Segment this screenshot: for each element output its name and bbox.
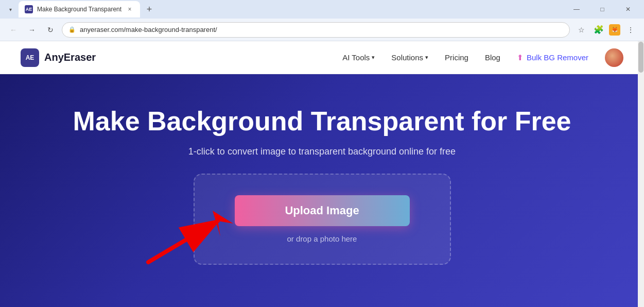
- bookmark-button[interactable]: ☆: [574, 23, 588, 37]
- svg-marker-2: [213, 211, 233, 236]
- address-bar[interactable]: 🔒: [62, 22, 570, 38]
- drop-text: or drop a photo here: [287, 234, 357, 243]
- close-button[interactable]: ✕: [616, 1, 640, 18]
- logo-icon: AE: [21, 48, 39, 67]
- tab-dropdown-button[interactable]: ▾: [4, 3, 16, 15]
- new-tab-button[interactable]: +: [142, 2, 156, 16]
- website-content: AE AnyEraser AI Tools ▾ Solutions ▾ Pric…: [0, 41, 644, 307]
- toolbar-right: ☆ 🧩 🦊 ⋮: [574, 23, 638, 37]
- maximize-button[interactable]: □: [590, 1, 614, 18]
- nav-bulk-bg[interactable]: ⬆ Bulk BG Remover: [517, 53, 588, 62]
- chevron-down-icon: ▾: [372, 54, 375, 61]
- hero-subtitle: 1-click to convert image to transparent …: [188, 146, 456, 157]
- nav-solutions[interactable]: Solutions ▾: [391, 53, 428, 62]
- lock-icon: 🔒: [68, 26, 76, 33]
- menu-button[interactable]: ⋮: [623, 23, 638, 37]
- scrollbar-thumb[interactable]: [638, 42, 643, 73]
- upload-icon: ⬆: [517, 53, 524, 62]
- logo-text: AnyEraser: [44, 52, 96, 63]
- tab-bar: ▾ AE Make Background Transparent × +: [4, 1, 563, 18]
- active-tab[interactable]: AE Make Background Transparent ×: [19, 1, 140, 18]
- tab-favicon: AE: [25, 5, 33, 13]
- tab-close-button[interactable]: ×: [126, 5, 134, 13]
- nav-pricing[interactable]: Pricing: [445, 53, 468, 62]
- title-bar: ▾ AE Make Background Transparent × + — □…: [0, 0, 644, 19]
- upload-image-button[interactable]: Upload Image: [235, 195, 410, 226]
- extensions-badge: 🦊: [609, 24, 620, 36]
- scrollbar[interactable]: [638, 41, 644, 307]
- back-button[interactable]: ←: [6, 23, 21, 37]
- url-input[interactable]: [80, 26, 563, 33]
- user-avatar[interactable]: [605, 48, 623, 67]
- site-logo[interactable]: AE AnyEraser: [21, 48, 96, 67]
- tab-title: Make Background Transparent: [37, 6, 121, 13]
- browser-toolbar: ← → ↻ 🔒 ☆ 🧩 🦊 ⋮: [0, 19, 644, 41]
- svg-line-1: [148, 221, 218, 262]
- browser-chrome: ▾ AE Make Background Transparent × + — □…: [0, 0, 644, 41]
- upload-box: Upload Image or drop a photo here: [194, 174, 451, 265]
- refresh-button[interactable]: ↻: [43, 23, 58, 37]
- hero-title: Make Background Transparent for Free: [73, 106, 571, 137]
- minimize-button[interactable]: —: [565, 1, 588, 18]
- puzzle-icon: 🧩: [594, 25, 604, 35]
- nav-links: AI Tools ▾ Solutions ▾ Pricing Blog ⬆ Bu…: [342, 48, 623, 67]
- chevron-down-icon: ▾: [425, 54, 428, 61]
- nav-blog[interactable]: Blog: [485, 53, 500, 62]
- hero-section: Make Background Transparent for Free 1-c…: [0, 74, 644, 307]
- nav-ai-tools[interactable]: AI Tools ▾: [342, 53, 375, 62]
- extensions-button[interactable]: 🧩: [591, 23, 606, 37]
- forward-button[interactable]: →: [25, 23, 39, 37]
- site-navigation: AE AnyEraser AI Tools ▾ Solutions ▾ Pric…: [0, 41, 644, 74]
- arrow-pointer: [138, 206, 241, 267]
- window-controls: — □ ✕: [565, 1, 640, 18]
